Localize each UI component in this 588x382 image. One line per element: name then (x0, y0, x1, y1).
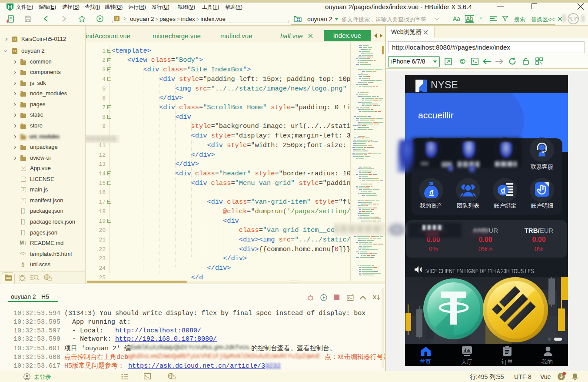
svg-text:đ: đ (429, 188, 434, 196)
svg-text:đ: đ (501, 187, 505, 194)
